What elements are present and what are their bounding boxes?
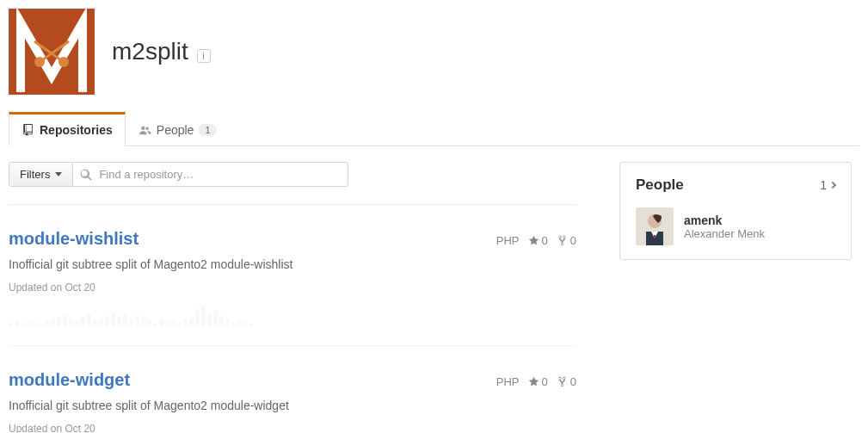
svg-rect-25 [141,318,145,326]
svg-rect-39 [225,319,230,326]
svg-rect-7 [33,323,37,326]
person-fullname: Alexander Menk [684,227,765,240]
svg-rect-18 [99,318,103,326]
svg-rect-21 [117,317,121,326]
person-username: amenk [684,213,765,227]
svg-rect-6 [27,322,31,326]
svg-rect-22 [123,314,127,326]
repo-forks[interactable]: 0 [557,234,576,247]
svg-rect-41 [237,320,242,326]
svg-rect-24 [135,316,139,326]
svg-rect-29 [165,323,169,326]
svg-rect-17 [93,319,97,326]
org-avatar-image [9,9,95,95]
repo-description: Inofficial git subtree split of Magento2… [9,399,576,412]
repo-name-link[interactable]: module-wishlist [9,229,139,249]
repo-meta: PHP 0 0 [496,375,576,388]
repo-language: PHP [496,375,520,388]
repo-language: PHP [496,234,520,247]
svg-rect-34 [195,309,200,326]
repo-stars-count: 0 [542,375,548,388]
repo-description: Inofficial git subtree split of Magento2… [9,257,576,271]
tabnav: Repositories People 1 [9,112,859,146]
filters-label: Filters [20,168,50,181]
svg-rect-36 [207,313,212,326]
svg-rect-26 [147,321,151,326]
svg-rect-33 [189,318,194,326]
org-title-wrap: m2split i [112,38,211,65]
repo-stars[interactable]: 0 [528,234,548,247]
repo-item: module-widget PHP 0 0 Inofficial git su [9,346,576,433]
org-header: m2split i [9,9,859,95]
svg-rect-12 [63,315,67,326]
svg-rect-28 [159,319,163,326]
fork-icon [557,235,568,246]
repo-stars[interactable]: 0 [528,375,548,388]
repo-updated: Updated on Oct 20 [9,423,576,433]
tab-people-label: People [157,123,194,137]
org-name: m2split [112,38,188,65]
svg-rect-19 [105,316,109,326]
search-wrap [73,162,348,187]
repo-meta: PHP 0 0 [496,234,576,247]
sidebar: People 1 a [619,162,852,260]
svg-rect-38 [219,316,224,326]
svg-rect-23 [129,319,133,326]
svg-rect-43 [249,324,254,326]
svg-rect-15 [81,317,85,326]
svg-rect-8 [39,325,43,326]
svg-rect-37 [213,311,218,326]
svg-rect-4 [15,321,19,326]
star-icon [528,376,539,387]
svg-rect-35 [201,306,206,326]
svg-rect-11 [57,317,61,326]
person-avatar [636,207,674,245]
svg-rect-27 [153,324,157,326]
repo-icon [22,124,34,136]
people-heading: People [636,176,684,194]
filter-row: Filters [9,162,576,187]
tab-repositories-label: Repositories [40,123,113,137]
repo-stars-count: 0 [542,234,548,247]
svg-rect-16 [87,314,91,326]
org-avatar[interactable] [9,9,95,95]
svg-rect-32 [183,319,188,326]
tab-people-count: 1 [199,124,216,136]
tab-people[interactable]: People 1 [126,112,230,146]
svg-rect-5 [21,324,25,326]
svg-rect-42 [243,323,248,326]
people-count-link[interactable]: 1 [820,178,835,192]
people-box: People 1 a [619,162,852,260]
repo-forks[interactable]: 0 [557,375,576,388]
filters-button[interactable]: Filters [9,162,73,187]
svg-rect-20 [111,312,115,326]
info-icon[interactable]: i [197,49,211,63]
person-item[interactable]: amenk Alexander Menk [636,207,835,245]
person-text: amenk Alexander Menk [684,213,765,240]
repo-item: module-wishlist PHP 0 0 Inofficial git [9,205,576,346]
tab-repositories[interactable]: Repositories [9,112,126,146]
repo-forks-count: 0 [570,375,576,388]
svg-rect-40 [231,322,236,326]
star-icon [528,235,539,246]
svg-rect-9 [45,321,49,326]
svg-rect-13 [69,319,73,326]
repo-updated: Updated on Oct 20 [9,281,576,294]
repo-name-link[interactable]: module-widget [9,370,130,390]
search-input[interactable] [97,163,341,186]
repo-forks-count: 0 [570,234,576,247]
people-count: 1 [820,178,827,192]
people-icon [139,124,151,136]
fork-icon [557,376,568,387]
svg-rect-14 [75,321,79,326]
search-icon [80,169,92,181]
activity-sparkline [9,300,576,330]
main-column: Filters module-wishlist PHP 0 [9,162,576,433]
svg-rect-3 [9,323,13,326]
svg-rect-30 [171,320,175,326]
svg-rect-10 [51,319,55,326]
chevron-right-icon [829,182,836,189]
chevron-down-icon [55,172,62,176]
repo-list: module-wishlist PHP 0 0 Inofficial git [9,204,576,433]
svg-rect-31 [177,322,182,326]
